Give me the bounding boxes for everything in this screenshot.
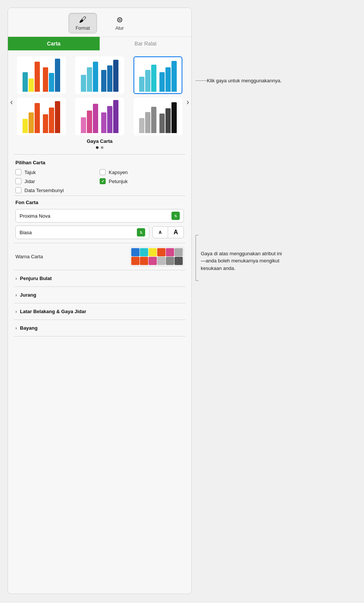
font-size-decrease-icon: A — [159, 230, 162, 235]
font-section-title: Fon Carta — [15, 200, 184, 205]
bracket — [196, 235, 199, 281]
label-petunjuk: Petunjuk — [109, 179, 128, 184]
font-size-increase-btn[interactable]: A — [168, 226, 184, 238]
label-kapsyen: Kapsyen — [109, 170, 128, 175]
label-data-tersembunyi: Data Tersembunyi — [24, 188, 64, 193]
swatch-5[interactable] — [166, 248, 174, 256]
nav-right-arrow[interactable]: › — [185, 96, 191, 109]
penjuru-bulat-chevron: › — [15, 276, 17, 281]
font-style-arrow: ⇅ — [137, 228, 145, 236]
color-label: Warna Carta — [15, 254, 43, 259]
chart-style-5[interactable] — [75, 98, 124, 135]
chart-style-label: Gaya Carta — [14, 138, 185, 144]
font-style-row: Biasa ⇅ A A — [15, 226, 184, 239]
swatch-10[interactable] — [157, 257, 165, 265]
bayang-chevron: › — [15, 326, 17, 331]
nav-left-arrow[interactable]: ‹ — [9, 96, 14, 109]
checkbox-jidar[interactable] — [15, 178, 21, 184]
callout-1-text: Klik gaya untuk menggunakannya. — [207, 77, 282, 85]
callout-1-line — [196, 80, 207, 81]
callout-2-text: Gaya di atas menggunakan atribut ini—and… — [201, 250, 284, 281]
checkbox-row-jidar: Jidar — [15, 178, 100, 184]
checkbox-row-data-tersembunyi: Data Tersembunyi — [15, 187, 184, 193]
jurang-label: Jurang — [20, 292, 36, 298]
swatch-12[interactable] — [174, 257, 183, 265]
chart-styles-section: ‹ — [8, 50, 191, 154]
font-name-row: Proxima Nova ⇅ — [15, 209, 184, 223]
font-name-select[interactable]: Proxima Nova ⇅ — [15, 209, 184, 223]
jurang-chevron: › — [15, 292, 17, 298]
swatch-11[interactable] — [166, 257, 174, 265]
checkbox-tajuk[interactable] — [15, 169, 21, 175]
chart-style-4[interactable] — [17, 98, 66, 135]
format-button[interactable]: 🖌 Format — [68, 13, 97, 33]
penjuru-bulat-label: Penjuru Bulat — [20, 276, 52, 281]
tab-bar-ralat[interactable]: Bar Ralat — [100, 37, 191, 50]
font-size-increase-icon: A — [174, 229, 178, 236]
format-panel: 🖌 Format ⊜ Atur Carta Bar Ralat ‹ — [8, 8, 192, 594]
font-name-value: Proxima Nova — [20, 213, 50, 219]
penjuru-bulat-section[interactable]: › Penjuru Bulat — [8, 270, 191, 286]
swatch-7[interactable] — [131, 257, 140, 265]
chart-style-2[interactable] — [75, 56, 124, 94]
dot-2[interactable] — [101, 146, 103, 149]
swatch-9[interactable] — [149, 257, 157, 265]
font-size-decrease-btn[interactable]: A — [152, 226, 168, 238]
font-style-select[interactable]: Biasa ⇅ — [15, 226, 149, 239]
annotations: Klik gaya untuk menggunakannya. Gaya di … — [196, 8, 356, 281]
chart-style-6[interactable] — [133, 98, 182, 135]
jurang-section[interactable]: › Jurang — [8, 287, 191, 303]
chart-styles-grid — [14, 56, 185, 135]
swatch-1[interactable] — [131, 248, 140, 256]
atur-label: Atur — [115, 26, 124, 31]
tabs: Carta Bar Ralat — [8, 37, 191, 50]
color-section: Warna Carta — [8, 243, 191, 270]
label-tajuk: Tajuk — [24, 170, 36, 175]
swatch-4[interactable] — [157, 248, 165, 256]
swatch-6[interactable] — [174, 248, 183, 256]
checkbox-row-kapsyen: Kapsyen — [100, 169, 184, 175]
atur-icon: ⊜ — [117, 15, 123, 24]
checkbox-row-tajuk: Tajuk — [15, 169, 100, 175]
bayang-section[interactable]: › Bayang — [8, 320, 191, 336]
chart-style-3[interactable] — [133, 56, 182, 94]
color-row: Warna Carta — [15, 247, 184, 266]
pagination-dots — [14, 146, 185, 149]
chart-styles-row-1 — [14, 56, 185, 94]
chart-style-1[interactable] — [17, 56, 66, 94]
checkbox-row-petunjuk: Petunjuk — [100, 178, 184, 184]
swatch-3[interactable] — [149, 248, 157, 256]
callout-1: Klik gaya untuk menggunakannya. — [196, 77, 356, 85]
font-name-arrow: ⇅ — [171, 212, 180, 220]
color-swatch-group[interactable] — [130, 247, 184, 266]
latar-belakang-label: Latar Belakang & Gaya Jidar — [20, 309, 86, 314]
tab-carta[interactable]: Carta — [8, 37, 100, 50]
font-style-arrow-icon: ⇅ — [140, 230, 143, 235]
format-label: Format — [76, 26, 90, 31]
bayang-label: Bayang — [20, 325, 38, 331]
checkbox-grid: Tajuk Kapsyen Jidar Petunjuk Data Tersem… — [15, 169, 184, 193]
font-style-value: Biasa — [20, 230, 32, 235]
swatch-2[interactable] — [140, 248, 148, 256]
divider-8 — [14, 336, 185, 336]
swatch-8[interactable] — [140, 257, 148, 265]
checkbox-data-tersembunyi[interactable] — [15, 187, 21, 193]
callout-2: Gaya di atas menggunakan atribut ini—and… — [196, 235, 356, 281]
format-icon: 🖌 — [79, 15, 86, 24]
chart-options-section: Pilihan Carta Tajuk Kapsyen Jidar Petunj… — [8, 155, 191, 195]
chart-styles-row-2 — [14, 98, 185, 135]
font-section: Fon Carta Proxima Nova ⇅ Biasa ⇅ — [8, 196, 191, 243]
checkbox-kapsyen[interactable] — [100, 169, 106, 175]
latar-belakang-chevron: › — [15, 309, 17, 314]
font-name-arrow-icon: ⇅ — [174, 214, 177, 218]
label-jidar: Jidar — [24, 179, 35, 184]
font-size-buttons: A A — [152, 226, 184, 238]
atur-button[interactable]: ⊜ Atur — [108, 12, 131, 33]
latar-belakang-section[interactable]: › Latar Belakang & Gaya Jidar — [8, 303, 191, 320]
toolbar: 🖌 Format ⊜ Atur — [8, 8, 191, 37]
checkbox-petunjuk[interactable] — [100, 178, 106, 184]
chart-options-title: Pilihan Carta — [15, 160, 184, 165]
dot-1[interactable] — [96, 146, 99, 149]
